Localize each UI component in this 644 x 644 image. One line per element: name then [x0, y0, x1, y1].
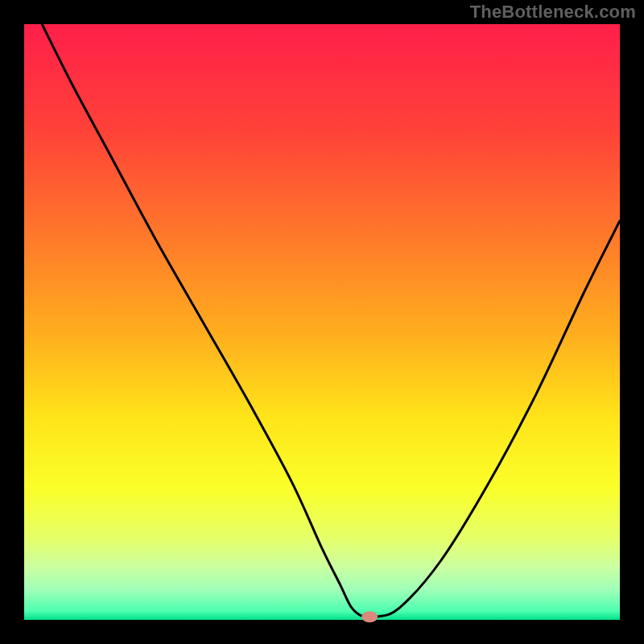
optimal-point-marker — [361, 611, 378, 622]
bottleneck-chart — [0, 0, 644, 644]
chart-container: TheBottleneck.com — [0, 0, 644, 644]
chart-gradient-bg — [24, 24, 620, 620]
watermark-text: TheBottleneck.com — [470, 2, 636, 23]
